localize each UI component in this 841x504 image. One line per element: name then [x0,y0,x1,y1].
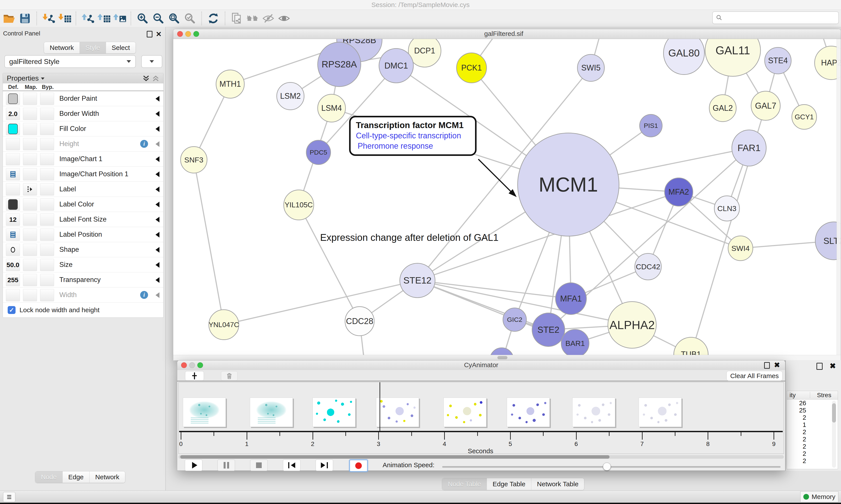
import-network-button[interactable] [40,11,56,26]
def-cell[interactable] [6,93,20,105]
expand-arrow-icon[interactable] [156,247,159,253]
refresh-button[interactable] [205,11,221,26]
export-network-button[interactable] [80,11,95,26]
def-cell[interactable] [6,244,20,256]
timeline-scrollbar[interactable] [179,455,784,459]
zoom-fit-button[interactable] [166,11,182,26]
map-cell[interactable] [23,138,37,150]
minimize-window-icon[interactable] [189,362,195,368]
collapse-all-icon[interactable] [152,75,159,82]
close-window-icon[interactable] [181,362,187,368]
scrollbar-thumb[interactable] [832,403,836,422]
node-ste12[interactable]: STE12 [399,263,435,298]
frame-thumbnail-1[interactable] [183,398,226,427]
annotation-box[interactable]: Transcription factor MCM1 Cell-type-spec… [349,116,477,156]
property-row-shape[interactable]: Shape [3,242,163,257]
node-ste4[interactable]: STE4 [764,47,791,74]
export-table-button[interactable] [95,11,111,26]
node-swi4[interactable]: SWI4 [728,236,753,261]
node-pck1[interactable]: PCK1 [456,53,487,83]
next-frame-button[interactable] [316,460,333,471]
expand-arrow-icon[interactable] [156,126,159,132]
capture-frame-button[interactable] [185,371,204,381]
map-cell[interactable] [23,93,37,105]
table-row[interactable]: 2 [787,414,838,421]
def-cell[interactable] [6,183,20,196]
zoom-selected-button[interactable] [182,11,198,26]
node-far1[interactable]: FAR1 [732,130,767,166]
record-button[interactable] [349,460,368,472]
node-snf3[interactable]: SNF3 [180,146,208,174]
frame-thumbnail-7[interactable] [572,398,615,427]
expand-arrow-icon[interactable] [156,111,159,117]
byp-cell[interactable] [40,259,54,271]
network-vertical-scrollbar[interactable] [837,39,841,360]
frame-thumbnail-3[interactable] [312,398,355,427]
node-swi5[interactable]: SWI5 [577,54,605,82]
def-cell[interactable]: 50.0 [6,259,20,271]
byp-cell[interactable] [40,168,54,180]
network-window-titlebar[interactable]: galFiltered.sif [173,29,841,39]
node-mfa2[interactable]: MFA2 [664,178,693,206]
node-gal7[interactable]: GAL7 [751,91,781,121]
node-lsm4[interactable]: LSM4 [317,94,346,122]
property-row-border-width[interactable]: 2.0Border Width [3,106,163,121]
map-cell[interactable] [23,289,37,301]
timeline-playhead[interactable] [379,382,380,431]
memory-button[interactable]: Memory [800,491,838,502]
table-row[interactable]: 2 [787,429,838,436]
expand-arrow-icon[interactable] [156,186,159,192]
zoom-window-icon[interactable] [193,31,199,37]
node-mcm1[interactable]: MCM1 [517,133,619,236]
search-input[interactable] [725,14,838,21]
property-row-height[interactable]: Heighti [3,137,163,151]
map-cell[interactable] [23,214,37,226]
node-pis1[interactable]: PIS1 [639,114,662,137]
node-mth1[interactable]: MTH1 [216,70,245,98]
play-button[interactable] [185,460,202,471]
node-ste2[interactable]: STE2 [532,313,565,347]
property-row-label-color[interactable]: Label Color [3,197,163,212]
table-row[interactable]: 25 [787,407,838,414]
network-horizontal-scrollbar[interactable] [173,355,841,360]
def-cell[interactable] [6,123,20,135]
node-dmc1[interactable]: DMC1 [379,48,414,83]
float-panel-icon[interactable] [147,31,153,37]
map-cell[interactable] [23,274,37,286]
property-row-label-font-size[interactable]: 12Label Font Size [3,212,163,227]
def-cell[interactable] [6,198,20,211]
expand-arrow-icon[interactable] [156,217,159,222]
def-cell[interactable]: 2.0 [6,108,20,120]
scrollbar-thumb[interactable] [497,356,507,359]
node-cdc28[interactable]: CDC28 [345,306,375,336]
nested-networks-button[interactable] [245,11,261,26]
def-cell[interactable] [6,289,20,301]
node-rps28a[interactable]: RPS28A [317,42,361,87]
tab-edge-style[interactable]: Edge [62,471,89,483]
map-cell[interactable] [23,244,37,256]
byp-cell[interactable] [40,274,54,286]
expand-arrow-icon[interactable] [156,141,159,147]
property-row-size[interactable]: 50.0Size [3,257,163,272]
style-options-button[interactable] [141,55,162,68]
slider-thumb[interactable] [603,463,611,470]
map-cell[interactable] [23,198,37,211]
def-cell[interactable]: 12 [6,214,20,226]
tab-network[interactable]: Network [44,42,79,53]
byp-cell[interactable] [40,93,54,105]
property-row-fill-color[interactable]: Fill Color [3,121,163,137]
clear-all-frames-button[interactable]: Clear All Frames [727,371,783,381]
close-panel-icon[interactable]: ✕ [156,30,162,38]
node-cdc42[interactable]: CDC42 [634,253,662,280]
expand-arrow-icon[interactable] [156,277,159,283]
byp-cell[interactable] [40,289,54,301]
byp-cell[interactable] [40,183,54,196]
expand-arrow-icon[interactable] [156,292,159,298]
delete-frame-button[interactable] [221,371,238,381]
expand-all-icon[interactable] [142,75,150,82]
tab-style[interactable]: Style [79,42,106,53]
copy-share-button[interactable] [229,11,245,26]
properties-header[interactable]: Properties [3,73,163,84]
pause-button[interactable] [217,460,235,471]
byp-cell[interactable] [40,138,54,150]
